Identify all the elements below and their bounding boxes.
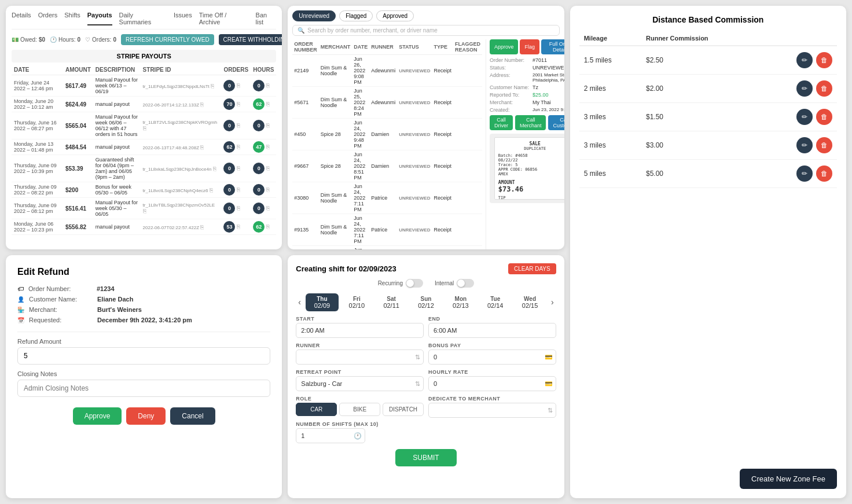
copy-icon[interactable]: ⎘ [237,101,240,107]
copy-icon[interactable]: ⎘ [237,82,240,89]
tab-details[interactable]: Details [12,12,31,25]
call-merchant-button[interactable]: Call Merchant [515,115,546,130]
runner-input[interactable] [296,350,424,365]
copy-icon[interactable]: ⎘ [266,165,270,171]
flag-order-button[interactable]: Flag [520,39,539,54]
table-row[interactable]: Monday, June 20 2022 – 10:12 am $624.49 … [12,97,276,112]
copy-icon[interactable]: ⎘ [266,82,270,89]
approve-button[interactable]: Approve [73,407,122,425]
bonus-pay-input[interactable] [428,350,556,365]
full-details-button[interactable]: Full Order Details [541,39,564,54]
copy-icon[interactable]: ⎘ [266,205,270,211]
clear-days-button[interactable]: CLEAR DAYS [508,263,556,274]
closing-notes-input[interactable] [17,380,270,397]
table-row[interactable]: Thursday, June 09 2022 – 10:39 pm $53.39… [12,155,276,182]
role-btn-dispatch[interactable]: DISPATCH [383,403,424,416]
tab-orders[interactable]: Orders [38,12,58,25]
table-row[interactable]: #450 Spice 28 Jun 24, 2022 9:48 PM Damie… [292,119,482,150]
table-row[interactable]: Monday, June 13 2022 – 01:48 pm $484.54 … [12,139,276,155]
copy-icon[interactable]: ⎘ [143,125,146,131]
filter-approved[interactable]: Approved [376,10,414,21]
copy-icon[interactable]: ⎘ [266,186,270,193]
role-btn-bike[interactable]: BIKE [339,403,380,416]
refund-amount-input[interactable] [17,347,270,365]
edit-commission-button[interactable]: ✏ [796,109,813,125]
role-btn-car[interactable]: CAR [296,403,337,416]
copy-icon[interactable]: ⎘ [210,187,213,193]
order-search-bar[interactable]: 🔍 Search by order number, merchant, or d… [292,25,559,36]
hourly-rate-input[interactable] [428,376,556,391]
start-input[interactable] [296,323,424,338]
delete-commission-button[interactable]: 🗑 [816,52,832,68]
table-row[interactable]: Thursday, June 16 2022 – 08:27 pm $565.0… [12,112,276,139]
delete-commission-button[interactable]: 🗑 [816,80,832,97]
copy-icon[interactable]: ⎘ [143,208,146,214]
table-row[interactable]: #9667 Spice 28 Jun 24, 2022 8:51 PM Dami… [292,150,482,182]
tab-shifts[interactable]: Shifts [64,12,80,25]
copy-icon[interactable]: ⎘ [237,186,240,193]
filter-unreviewed[interactable]: Unreviewed [292,10,336,21]
edit-commission-button[interactable]: ✏ [796,165,813,182]
submit-shift-button[interactable]: SUBMIT [395,449,456,466]
tab-issues[interactable]: Issues [174,12,192,25]
delete-commission-button[interactable]: 🗑 [816,137,832,153]
edit-commission-button[interactable]: ✏ [796,137,813,153]
table-row[interactable]: #3080 Dim Sum & Noodle Jun 24, 2022 7:11… [292,182,482,214]
edit-commission-button[interactable]: ✏ [796,80,813,97]
copy-icon[interactable]: ⎘ [266,122,270,128]
calendar-day[interactable]: Wed 02/15 [513,293,546,311]
dedicate-input[interactable] [428,403,556,418]
internal-toggle-track[interactable] [457,279,474,288]
table-row[interactable]: Thursday, June 09 2022 – 08:12 pm $516.4… [12,198,276,219]
tab-payouts[interactable]: Payouts [87,12,112,25]
table-row[interactable]: #9135 Dim Sum & Noodle Jun 24, 2022 7:11… [292,214,482,246]
end-input[interactable] [428,323,556,338]
copy-icon[interactable]: ⎘ [200,101,204,108]
copy-icon[interactable]: ⎘ [237,223,240,230]
table-row[interactable]: #4223 Dim Sum & Noodle Jun 23, 2022 9:08… [292,246,482,249]
withholding-button[interactable]: CREATE WITHHOLDING [219,34,282,45]
calendar-day[interactable]: Sat 02/11 [375,293,408,311]
copy-icon[interactable]: ⎘ [211,83,214,89]
approve-order-button[interactable]: Approve [490,39,519,54]
next-week-arrow[interactable]: › [549,297,556,307]
tab-daily-summaries[interactable]: Daily Summaries [119,12,167,25]
create-zone-fee-button[interactable]: Create New Zone Fee [740,469,837,489]
cancel-button[interactable]: Cancel [170,407,215,425]
copy-icon[interactable]: ⎘ [200,224,204,230]
copy-icon[interactable]: ⎘ [266,223,270,230]
table-row[interactable]: Monday, June 06 2022 – 10:23 pm $556.82 … [12,219,276,235]
filter-flagged[interactable]: Flagged [339,10,373,21]
delete-commission-button[interactable]: 🗑 [816,165,832,182]
table-row[interactable]: Friday, June 24 2022 – 12:46 pm $617.49 … [12,75,276,97]
calendar-day[interactable]: Sun 02/12 [410,293,443,311]
copy-icon[interactable]: ⎘ [200,144,204,150]
tab-ban-list[interactable]: Ban list [256,12,277,25]
recurring-toggle-track[interactable] [406,279,423,288]
copy-icon[interactable]: ⎘ [213,165,216,172]
call-driver-button[interactable]: Call Driver [490,115,513,130]
table-row[interactable]: #5671 Dim Sum & Noodle Jun 25, 2022 8:24… [292,87,482,119]
calendar-day[interactable]: Fri 02/10 [340,293,373,311]
copy-icon[interactable]: ⎘ [237,144,240,150]
copy-icon[interactable]: ⎘ [237,122,240,128]
call-customer-button[interactable]: Call Customer [548,115,564,130]
copy-icon[interactable]: ⎘ [266,144,270,150]
delete-commission-button[interactable]: 🗑 [816,109,832,125]
table-row[interactable]: #2149 Dim Sum & Noodle Jun 26, 2022 9:08… [292,55,482,87]
table-row[interactable]: Thursday, June 09 2022 – 08:22 pm $200 B… [12,182,276,198]
calendar-day[interactable]: Tue 02/14 [479,293,512,311]
prev-week-arrow[interactable]: ‹ [296,297,303,307]
edit-commission-button[interactable]: ✏ [796,52,813,68]
copy-icon[interactable]: ⎘ [237,165,240,171]
tab-archive[interactable]: Time Off / Archive [199,12,249,25]
calendar-day[interactable]: Thu 02/09 [306,293,339,311]
payout-desc: manual payout [93,139,141,155]
bonus-pay-field: BONUS PAY 💳 [428,343,556,365]
calendar-day[interactable]: Mon 02/13 [444,293,477,311]
copy-icon[interactable]: ⎘ [237,205,240,211]
copy-icon[interactable]: ⎘ [266,101,270,107]
retreat-input[interactable] [296,376,424,391]
refresh-button[interactable]: REFRESH CURRENTLY OWED [121,34,214,45]
deny-button[interactable]: Deny [126,407,166,425]
